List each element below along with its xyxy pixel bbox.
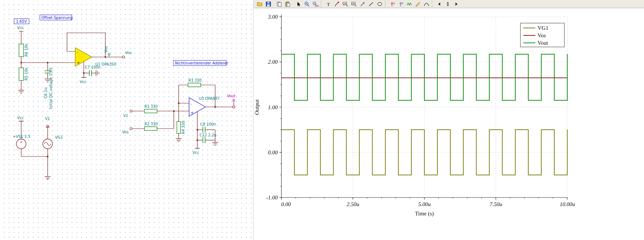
text-tool-icon: T (325, 1, 331, 7)
ground-icon (96, 70, 99, 76)
v1-net-label: V1 (123, 114, 128, 118)
copy-button[interactable] (275, 0, 283, 7)
capacitor-label: C6 1u (44, 88, 48, 98)
prev-page-button[interactable] (435, 0, 443, 7)
resistor-label: R2 330 (144, 122, 158, 126)
resistor-label: R3 330 (188, 78, 202, 82)
resistor-R3[interactable]: R3 330 (188, 78, 202, 87)
page-spinner[interactable] (444, 0, 452, 7)
y-axis-title: Output (254, 99, 260, 115)
x-tick-label: 2.50u (347, 201, 359, 207)
line-tool-button[interactable] (367, 0, 375, 7)
y-tick-label: 1.00 (268, 104, 278, 110)
zoom-in-icon (304, 1, 310, 7)
inverting-input-mark: - (77, 50, 78, 54)
annotation-adder[interactable]: Nichtinvertierender Addierer (173, 60, 229, 66)
plus-mark: + (20, 140, 23, 144)
vcc-label: Vcc (17, 116, 24, 120)
probe-label: Vos (104, 46, 108, 53)
copy-icon (276, 1, 282, 7)
meter-probe-button[interactable] (341, 0, 350, 7)
capacitor-C12[interactable]: C12 2.2u (200, 133, 216, 143)
plot-toolbar: 100% T a b (254, 0, 644, 8)
zoom-100-button[interactable]: 100% (312, 0, 320, 7)
vos-probe[interactable]: Vos (104, 46, 110, 57)
capacitor-C8[interactable]: C8 100n (200, 122, 216, 133)
cursor-icon (296, 1, 302, 7)
voltage-probe-button[interactable] (333, 0, 341, 7)
zoom-in-button[interactable] (303, 0, 311, 7)
right-arrow-icon (454, 1, 459, 7)
zoom-100-icon: 100% (312, 1, 319, 7)
source-VG1[interactable]: VG1 (43, 135, 63, 149)
capacitor-label: C12 2.2u (200, 133, 216, 137)
resistor-label: R1 330 (144, 104, 158, 108)
arrow-annotation-button[interactable] (358, 0, 367, 7)
ground-icon (18, 90, 24, 93)
schematic-editor[interactable]: R6 10k R5 10k R1 330 R2 330 R3 330 R4 33… (0, 0, 253, 240)
open-file-button[interactable] (256, 0, 264, 7)
capacitor-C6[interactable]: C6 1u Initial DC voltage 1.65 (44, 67, 53, 109)
resistor-label: R6 10k (24, 44, 28, 57)
pen-tool-button[interactable] (414, 0, 422, 7)
vcc-label: Vcc (17, 26, 24, 30)
text-tool-button[interactable]: T (324, 0, 332, 7)
noninverting-input-mark: + (191, 111, 194, 115)
vout-probe[interactable]: Vout (227, 94, 236, 106)
y-tick-label: 3.00 (268, 14, 278, 20)
annotation-offset-spannung[interactable]: Offset-Spannung (40, 15, 73, 20)
annotation-text: 1.65V (16, 19, 27, 23)
resistor-R6[interactable]: R6 10k (19, 44, 28, 57)
waveform-chart[interactable]: 0.002.50u5.00u7.50u10.00u-1.000.001.002.… (254, 8, 644, 240)
v1-net-label: V1 (45, 117, 50, 121)
capacitor-note: Initial DC voltage 1.65 (49, 67, 53, 109)
x-tick-label: 5.00u (418, 201, 431, 207)
source-label: +VS1 3.3 (13, 135, 30, 139)
cursor-b-button[interactable]: b (397, 0, 405, 7)
capacitor-C7[interactable]: C7 100n (85, 65, 101, 76)
spinner-icon (445, 1, 450, 7)
open-folder-icon (257, 1, 263, 7)
y-tick-label: -1.00 (266, 195, 278, 200)
legend-label: VG1 (538, 25, 548, 31)
annotation-text: Offset-Spannung (41, 16, 73, 20)
arrow-icon (360, 1, 366, 7)
curve-tool-button[interactable] (423, 0, 431, 7)
annotation-1-65V[interactable]: 1.65V (14, 19, 29, 24)
opamp-label: U1 OPA350 (95, 62, 116, 66)
resistor-R1[interactable]: R1 330 (144, 104, 158, 113)
paste-button[interactable] (284, 0, 292, 7)
next-page-button[interactable] (452, 0, 460, 7)
ellipse-tool-button[interactable] (376, 0, 384, 7)
ground-icon (176, 139, 182, 142)
signal-tool-button[interactable] (405, 0, 414, 7)
inverting-input-mark: - (191, 102, 192, 106)
terminals[interactable] (47, 56, 235, 130)
resistor-R2[interactable]: R2 330 (144, 122, 158, 130)
cursor-b-icon: b (398, 1, 404, 7)
plot-window: 100% T a b 0.002.50u5.00u7.50u10.00u-1.0… (253, 0, 644, 240)
save-button[interactable] (264, 0, 272, 7)
x-tick-label: 10.00u (559, 201, 575, 207)
resistor-R5[interactable]: R5 10k (19, 67, 28, 80)
current-probe-button[interactable] (350, 0, 358, 7)
ellipse-tool-icon (377, 1, 383, 7)
signal-icon (407, 1, 412, 7)
cursor-tool-button[interactable] (294, 0, 303, 7)
annotation-text: Nichtinvertierender Addierer (175, 61, 229, 65)
opamp-label: U3 OPA837 (199, 97, 220, 101)
current-probe-icon (351, 1, 357, 7)
source-VS1[interactable]: + +VS1 3.3 (13, 135, 30, 149)
x-axis-title: Time (s) (415, 211, 434, 217)
resistor-R4[interactable]: R4 330 (177, 121, 185, 134)
voltage-probe-icon (334, 1, 340, 7)
vos-net-label: Vos (125, 51, 131, 55)
x-tick-label: 0.00 (281, 201, 291, 207)
meter-probe-icon (342, 1, 348, 7)
cursor-a-button[interactable]: a (388, 0, 396, 7)
y-tick-label: 2.00 (268, 59, 278, 65)
source-label: VG1 (55, 135, 63, 139)
line-tool-icon (368, 1, 374, 7)
paste-icon (285, 1, 291, 7)
left-arrow-icon (437, 1, 442, 7)
